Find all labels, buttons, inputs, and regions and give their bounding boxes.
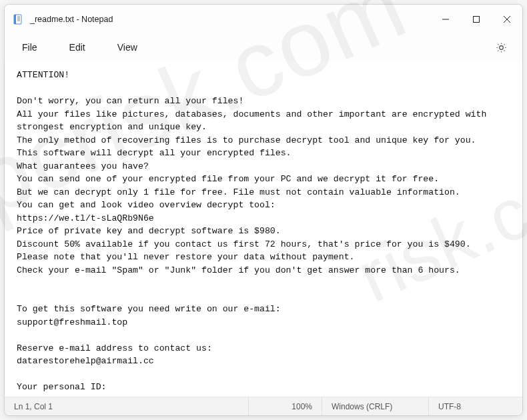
status-zoom[interactable]: 100% [249, 397, 322, 415]
window-controls [430, 5, 522, 34]
document-text[interactable]: ATTENTION! Don't worry, you can return a… [17, 69, 510, 397]
close-button[interactable] [492, 5, 522, 34]
svg-rect-1 [14, 15, 16, 24]
editor-area[interactable]: ATTENTION! Don't worry, you can return a… [5, 61, 522, 397]
menu-view[interactable]: View [111, 38, 144, 57]
status-line-ending: Windows (CRLF) [322, 397, 429, 415]
statusbar: Ln 1, Col 1 100% Windows (CRLF) UTF-8 [5, 397, 522, 415]
svg-rect-7 [474, 17, 480, 23]
notepad-app-icon [13, 14, 23, 25]
menu-edit[interactable]: Edit [63, 38, 92, 57]
maximize-button[interactable] [461, 5, 492, 34]
menubar: File Edit View [5, 34, 522, 61]
titlebar: _readme.txt - Notepad [5, 5, 522, 34]
gear-icon [496, 42, 507, 53]
window-title: _readme.txt - Notepad [30, 15, 430, 24]
status-encoding: UTF-8 [429, 397, 522, 415]
status-position: Ln 1, Col 1 [5, 397, 249, 415]
notepad-window: _readme.txt - Notepad File Edit View [4, 4, 523, 416]
menu-file[interactable]: File [15, 38, 44, 57]
minimize-button[interactable] [430, 5, 461, 34]
settings-button[interactable] [490, 37, 512, 58]
